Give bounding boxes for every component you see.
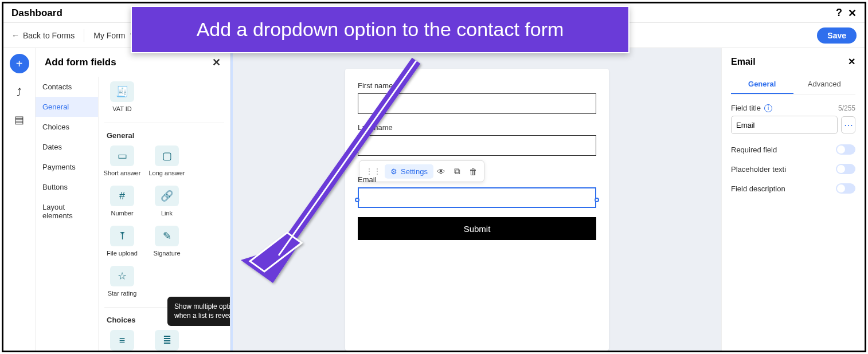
placeholder-toggle[interactable] (836, 164, 855, 174)
properties-title: Email (731, 57, 756, 67)
single-choice-icon: ≡ (110, 330, 134, 351)
tile-single-choice[interactable]: ≡ Single choice (104, 330, 140, 351)
field-first-name[interactable]: First name (358, 81, 596, 114)
field-title-label: Field title (731, 104, 761, 112)
field-label: Last name (358, 123, 596, 132)
help-icon[interactable]: ? (836, 7, 842, 19)
text-input[interactable] (358, 187, 596, 208)
form-canvas[interactable]: First name Last name ⋮⋮ ⚙ Settings 👁 (233, 48, 721, 351)
short-answer-icon: ▭ (110, 145, 134, 166)
star-icon: ☆ (110, 266, 134, 286)
field-label: First name (358, 81, 596, 90)
tile-long-answer[interactable]: ▢ Long answer (149, 145, 185, 176)
gear-icon: ⚙ (390, 167, 397, 175)
left-rail: + ⤴ ▤ (3, 48, 36, 351)
tile-signature[interactable]: ✎ Signature (149, 226, 185, 257)
instruction-banner: Add a dropdown option to the contact for… (131, 6, 630, 53)
field-properties-panel: Email ✕ General Advanced Field title i 5… (721, 48, 865, 351)
description-toggle[interactable] (836, 183, 855, 194)
tile-label: File upload (107, 250, 138, 257)
group-label-general: General (107, 131, 224, 140)
tab-general[interactable]: General (731, 75, 793, 94)
close-icon[interactable]: ✕ (848, 7, 857, 19)
save-button[interactable]: Save (817, 27, 857, 44)
field-last-name[interactable]: Last name ⋮⋮ ⚙ Settings 👁 ⧉ 🗑 (358, 123, 596, 156)
tile-multi-choice[interactable]: ≣ Multi choice (149, 330, 185, 351)
dropdown-tooltip: Show multiple options when a list is rev… (167, 297, 230, 326)
category-dates[interactable]: Dates (36, 137, 98, 157)
resize-handle-left[interactable] (355, 198, 359, 202)
text-input[interactable] (358, 93, 596, 114)
add-fields-panel: Add form fields ✕ Contacts General Choic… (36, 48, 230, 351)
form-settings-icon[interactable]: ▤ (11, 111, 28, 128)
category-list: Contacts General Choices Dates Payments … (36, 77, 99, 351)
required-label: Required field (731, 145, 777, 154)
tooltip-text: Show multiple options when a list is rev… (174, 302, 230, 320)
field-label: Email (358, 175, 596, 184)
char-count: 5/255 (838, 104, 855, 112)
settings-label: Settings (401, 167, 428, 175)
info-icon[interactable]: i (784, 165, 786, 174)
category-layout[interactable]: Layout elements (36, 197, 98, 226)
drag-handle-icon[interactable]: ⋮⋮ (362, 167, 385, 176)
resize-handle-right[interactable] (595, 198, 599, 202)
placeholder-label: Placeholder text (731, 165, 784, 174)
share-icon[interactable]: ⤴ (11, 84, 28, 101)
more-options-icon[interactable]: ⋯ (841, 116, 855, 133)
tile-label: Short answer (104, 170, 141, 176)
tile-label: Star rating (108, 290, 137, 297)
tile-short-answer[interactable]: ▭ Short answer (104, 145, 140, 176)
add-field-button[interactable]: + (10, 54, 29, 73)
panel-close-icon[interactable]: ✕ (212, 56, 221, 69)
tile-star-rating[interactable]: ☆ Star rating (104, 266, 140, 297)
back-to-forms-link[interactable]: ← Back to Forms (11, 31, 75, 40)
arrow-left-icon: ← (11, 31, 19, 40)
tile-label: Number (111, 210, 133, 217)
form-card: First name Last name ⋮⋮ ⚙ Settings 👁 (345, 69, 609, 351)
text-input[interactable] (358, 135, 596, 156)
long-answer-icon: ▢ (155, 145, 179, 166)
back-label: Back to Forms (23, 31, 75, 40)
number-icon: # (110, 186, 134, 206)
category-payments[interactable]: Payments (36, 157, 98, 177)
submit-button[interactable]: Submit (358, 217, 596, 240)
tile-label: Signature (153, 250, 180, 257)
field-email[interactable]: Email (358, 175, 596, 208)
receipt-icon: 🧾 (110, 81, 134, 102)
required-toggle[interactable] (836, 144, 855, 155)
tab-advanced[interactable]: Advanced (793, 75, 856, 94)
category-general[interactable]: General (36, 97, 98, 117)
upload-icon: ⤒ (110, 226, 134, 246)
tile-label: Long answer (149, 170, 185, 176)
divider (84, 29, 84, 42)
properties-close-icon[interactable]: ✕ (848, 56, 855, 67)
field-tiles: 🧾 VAT ID General ▭ Short answer ▢ (99, 77, 230, 351)
tile-file-upload[interactable]: ⤒ File upload (104, 226, 140, 257)
category-contacts[interactable]: Contacts (36, 77, 98, 97)
info-icon[interactable]: i (764, 104, 772, 112)
category-buttons[interactable]: Buttons (36, 177, 98, 197)
page-title: Dashboard (11, 7, 62, 19)
multi-choice-icon: ≣ (155, 330, 179, 351)
field-title-input[interactable] (731, 116, 838, 134)
link-icon: 🔗 (155, 186, 179, 206)
form-name[interactable]: My Form (93, 31, 125, 40)
signature-icon: ✎ (155, 226, 179, 246)
category-choices[interactable]: Choices (36, 117, 98, 137)
banner-text: Add a dropdown option to the contact for… (197, 18, 564, 40)
tile-vat-id[interactable]: 🧾 VAT ID (104, 81, 140, 112)
description-label: Field description (731, 184, 785, 193)
tile-label: Link (161, 210, 173, 217)
properties-tabs: General Advanced (731, 75, 855, 95)
tile-link[interactable]: 🔗 Link (149, 186, 185, 217)
tile-number[interactable]: # Number (104, 186, 140, 217)
panel-title: Add form fields (45, 57, 116, 68)
tile-label: VAT ID (112, 105, 132, 112)
